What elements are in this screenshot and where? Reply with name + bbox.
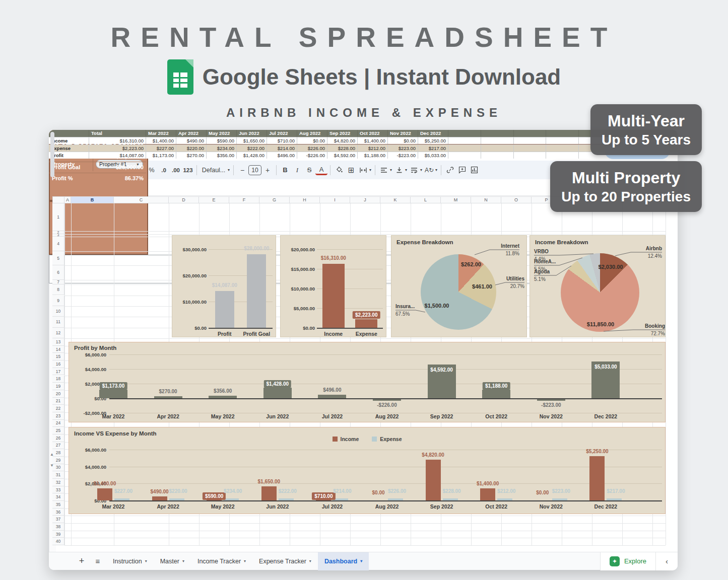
row-header-34[interactable]: 34	[52, 493, 64, 501]
column-header-D[interactable]: D	[169, 196, 199, 203]
x-category-label: Sep 2022	[419, 503, 465, 510]
column-header-G[interactable]: G	[259, 196, 290, 203]
row-header-27[interactable]: 27	[52, 442, 64, 450]
add-sheet-button[interactable]: +	[74, 556, 89, 566]
y-tick-label: $5,000.00	[283, 306, 315, 311]
x-category-label: Oct 2022	[474, 413, 519, 419]
column-header-O[interactable]: O	[501, 196, 532, 203]
tab-dropdown-icon[interactable]: ▾	[145, 559, 147, 563]
tab-dropdown-icon[interactable]: ▾	[244, 559, 246, 563]
row-header-33[interactable]: 33	[52, 486, 64, 494]
pie-callout-pct: 5.1%	[534, 276, 610, 282]
tab-master[interactable]: Master▾	[154, 552, 191, 570]
bar-expense	[355, 319, 377, 328]
legend-label: Expense	[380, 436, 402, 442]
row-header-8[interactable]: 8	[52, 284, 64, 295]
all-sheets-button[interactable]: ≡	[89, 557, 106, 565]
table-cell: $490.00	[176, 137, 207, 144]
row-header-12[interactable]: 12	[52, 328, 64, 338]
column-header-C[interactable]: C	[114, 196, 169, 203]
row-header-18[interactable]: 18	[52, 376, 64, 383]
pie-callout-name: Booking	[589, 323, 665, 329]
bar-value-chip: $1,173.00	[100, 382, 127, 390]
row-header-7[interactable]: 7	[52, 280, 64, 284]
tab-instruction[interactable]: Instruction▾	[106, 552, 154, 570]
scrollbar-thumb[interactable]	[50, 132, 54, 177]
tab-label: Expense Tracker	[259, 558, 306, 565]
expense-bar	[169, 498, 184, 500]
row-header-5[interactable]: 5	[52, 251, 64, 266]
row-header-23[interactable]: 23	[52, 412, 64, 420]
row-header-9[interactable]: 9	[52, 296, 64, 306]
table-header-cell: Dec 2022	[418, 130, 448, 137]
row-header-26[interactable]: 26	[52, 434, 64, 442]
row-header-22[interactable]: 22	[52, 405, 64, 412]
collapse-panel-button[interactable]: ‹	[655, 552, 678, 570]
select-all-corner[interactable]	[52, 196, 64, 203]
row-header-35[interactable]: 35	[52, 501, 64, 509]
row-header-14[interactable]: 14	[52, 346, 64, 353]
chart-card-profit-vs-goal[interactable]: $0.00$10,000.00$20,000.00$30,000.00$14,0…	[172, 235, 276, 337]
tab-income-tracker[interactable]: Income Tracker▾	[191, 552, 252, 570]
row-header-30[interactable]: 30	[52, 464, 64, 472]
tab-dashboard[interactable]: Dashboard▾	[318, 552, 369, 570]
row-header-24[interactable]: 24	[52, 420, 64, 427]
row-header-20[interactable]: 20	[52, 390, 64, 398]
row-header-19[interactable]: 19	[52, 383, 64, 390]
tab-dropdown-icon[interactable]: ▾	[309, 559, 311, 563]
row-header-11[interactable]: 11	[52, 317, 64, 327]
legend-swatch	[333, 437, 338, 442]
row-header-17[interactable]: 17	[52, 368, 64, 376]
table-cell: $1,428.00	[237, 152, 267, 159]
row-header-28[interactable]: 28	[52, 449, 64, 457]
column-header-F[interactable]: F	[229, 196, 259, 203]
row-header-38[interactable]: 38	[52, 523, 64, 531]
scroll-up-icon[interactable]: ▲	[50, 452, 54, 457]
table-header-cell	[49, 130, 89, 137]
column-header-N[interactable]: N	[471, 196, 501, 203]
column-header-B[interactable]: B	[71, 196, 114, 203]
summary-value: 86.37%	[125, 175, 146, 181]
x-axis-line	[317, 328, 383, 329]
row-header-31[interactable]: 31	[52, 471, 64, 479]
row-header-32[interactable]: 32	[52, 479, 64, 486]
bar-oct-2022	[482, 390, 510, 398]
chart-card-income-breakdown[interactable]: Income Breakdown$2,030.00Airbnb12.4%$11,…	[530, 235, 666, 337]
column-header-L[interactable]: L	[411, 196, 441, 203]
income-value-label: $4,820.00	[411, 452, 456, 458]
explore-button[interactable]: ✦Explore	[600, 552, 655, 570]
column-header-I[interactable]: I	[320, 196, 350, 203]
chart-card-income-vs-expense-total[interactable]: $0.00$5,000.00$10,000.00$15,000.00$20,00…	[280, 235, 386, 337]
tab-dropdown-icon[interactable]: ▾	[360, 559, 362, 563]
column-header-A[interactable]: A	[64, 196, 71, 203]
tab-dropdown-icon[interactable]: ▾	[182, 559, 184, 563]
row-header-16[interactable]: 16	[52, 360, 64, 368]
row-header-25[interactable]: 25	[52, 427, 64, 434]
row-header-4[interactable]: 4	[52, 237, 64, 251]
tab-expense-tracker[interactable]: Expense Tracker▾	[252, 552, 318, 570]
chart-card-profit-by-month[interactable]: Profit by Month-$2,000.00$0.00$2,000.00$…	[69, 342, 666, 422]
row-header-21[interactable]: 21	[52, 398, 64, 405]
chart-card-expense-breakdown[interactable]: Expense Breakdown$262.00Internet11.8%$46…	[391, 235, 527, 337]
row-header-13[interactable]: 13	[52, 338, 64, 346]
legend-label: Income	[341, 436, 359, 442]
row-header-6[interactable]: 6	[52, 265, 64, 280]
column-header-J[interactable]: J	[350, 196, 380, 203]
column-header-E[interactable]: E	[199, 196, 229, 203]
row-header-10[interactable]: 10	[52, 306, 64, 317]
column-header-K[interactable]: K	[380, 196, 411, 203]
column-header-H[interactable]: H	[290, 196, 320, 203]
row-header-1[interactable]: 1	[52, 203, 64, 231]
row-header-40[interactable]: 40	[52, 538, 64, 545]
tab-label: Income Tracker	[197, 558, 241, 565]
row-header-36[interactable]: 36	[52, 509, 64, 516]
row-header-29[interactable]: 29	[52, 457, 64, 464]
row-header-39[interactable]: 39	[52, 531, 64, 538]
table-header-cell: Nov 2022	[388, 130, 418, 137]
row-header-37[interactable]: 37	[52, 516, 64, 523]
chart-card-income-expense-by-month[interactable]: Income VS Expense by Month$0.00$2,000.00…	[69, 427, 666, 514]
scroll-down-icon[interactable]: ▼	[50, 463, 54, 468]
column-header-M[interactable]: M	[441, 196, 471, 203]
table-header-cell: Total	[89, 130, 146, 137]
row-header-15[interactable]: 15	[52, 353, 64, 360]
